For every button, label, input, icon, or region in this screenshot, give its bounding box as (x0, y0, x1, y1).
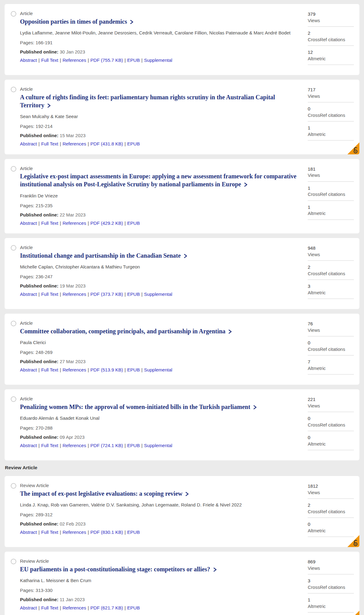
article-link-pdf-513-9-kb[interactable]: PDF (513.9 KB) (90, 367, 123, 372)
article-link-full-text[interactable]: Full Text (41, 292, 58, 297)
article-metrics: 717 Views 0 CrossRef citations 1 Altmetr… (308, 86, 354, 148)
link-separator: | (38, 443, 40, 448)
article-link-references[interactable]: References (62, 443, 86, 448)
article-link-pdf-373-7-kb[interactable]: PDF (373.7 KB) (90, 292, 123, 297)
article-link-epub[interactable]: EPUB (127, 367, 140, 372)
crossref-count: 3 (308, 578, 354, 584)
metric-divider (308, 336, 354, 336)
article-title: The impact of ex-post legislative evalua… (20, 490, 300, 498)
link-separator: | (60, 220, 61, 226)
views-count: 181 (308, 166, 354, 172)
checkbox-column (7, 396, 20, 454)
article-link-epub[interactable]: EPUB (127, 530, 140, 535)
article-link-epub[interactable]: EPUB (127, 58, 140, 63)
article-link-epub[interactable]: EPUB (127, 292, 140, 297)
article-link-pdf-431-8-kb[interactable]: PDF (431.8 KB) (90, 141, 123, 146)
article-link-abstract[interactable]: Abstract (20, 367, 37, 372)
select-article-checkbox[interactable] (11, 396, 16, 402)
open-access-icon (347, 610, 359, 615)
article-link-abstract[interactable]: Abstract (20, 292, 37, 297)
article-content: Article Committee collaboration, competi… (20, 320, 308, 378)
article-link-abstract[interactable]: Abstract (20, 605, 37, 610)
link-separator: | (60, 443, 61, 448)
article-metrics: 948 Views 2 CrossRef citations 3 Altmetr… (308, 244, 354, 302)
article-link-references[interactable]: References (62, 220, 86, 226)
views-count: 869 (308, 559, 354, 565)
checkbox-column (7, 10, 20, 68)
article-link-full-text[interactable]: Full Text (41, 605, 58, 610)
article-title-text: Penalizing women MPs: the approval of wo… (20, 403, 250, 410)
article-link-abstract[interactable]: Abstract (20, 141, 37, 146)
link-separator: | (125, 292, 126, 297)
select-article-checkbox[interactable] (11, 87, 16, 92)
altmetric-metric: 1 Altmetric (308, 125, 354, 141)
crossref-count: 2 (308, 264, 354, 270)
published-online-row: Published online: 15 Mar 2023 (20, 133, 300, 138)
published-online-label: Published online: (20, 597, 58, 602)
article-title-link[interactable]: Legislative ex-post impact assessments i… (20, 173, 296, 188)
select-article-checkbox[interactable] (11, 245, 16, 251)
article-link-abstract[interactable]: Abstract (20, 58, 37, 63)
article-link-supplemental[interactable]: Supplemental (144, 292, 172, 297)
article-type-label: Article (20, 86, 300, 92)
article-link-references[interactable]: References (62, 141, 86, 146)
article-link-pdf-621-7-kb[interactable]: PDF (621.7 KB) (90, 605, 123, 610)
article-link-pdf-755-7-kb[interactable]: PDF (755.7 KB) (90, 58, 123, 63)
article-link-full-text[interactable]: Full Text (41, 141, 58, 146)
article-link-full-text[interactable]: Full Text (41, 530, 58, 535)
article-link-references[interactable]: References (62, 367, 86, 372)
article-link-abstract[interactable]: Abstract (20, 530, 37, 535)
select-article-checkbox[interactable] (11, 559, 16, 564)
views-metric: 1812 Views (308, 483, 354, 499)
crossref-label: CrossRef citations (308, 112, 354, 118)
article-title-link[interactable]: A culture of rights finding its feet: pa… (20, 94, 275, 109)
views-metric: 717 Views (308, 87, 354, 102)
article-title-link[interactable]: Committee collaboration, competing princ… (20, 328, 225, 335)
article-link-supplemental[interactable]: Supplemental (144, 58, 172, 63)
chevron-right-icon (47, 101, 51, 109)
checkbox-column (7, 165, 20, 227)
article-link-abstract[interactable]: Abstract (20, 220, 37, 226)
article-title: A culture of rights finding its feet: pa… (20, 93, 300, 109)
article-link-references[interactable]: References (62, 530, 86, 535)
article-title-link[interactable]: The impact of ex-post legislative evalua… (20, 490, 182, 497)
open-access-icon (347, 535, 359, 547)
article-link-epub[interactable]: EPUB (127, 141, 140, 146)
article-link-epub[interactable]: EPUB (127, 605, 140, 610)
published-online-date: 15 Mar 2023 (60, 133, 85, 138)
checkbox-column (7, 320, 20, 378)
article-link-pdf-429-2-kb[interactable]: PDF (429.2 KB) (90, 220, 123, 226)
altmetric-metric: 12 Altmetric (308, 49, 354, 65)
article-link-full-text[interactable]: Full Text (41, 58, 58, 63)
article-authors: Michelle Caplan, Christopher Alcantara &… (20, 264, 300, 270)
article-title-link[interactable]: Penalizing women MPs: the approval of wo… (20, 403, 250, 410)
article-link-supplemental[interactable]: Supplemental (144, 443, 172, 448)
article-link-full-text[interactable]: Full Text (41, 220, 58, 226)
checkbox-column (7, 86, 20, 148)
article-link-references[interactable]: References (62, 58, 86, 63)
select-article-checkbox[interactable] (11, 166, 16, 172)
article-link-references[interactable]: References (62, 292, 86, 297)
article-link-abstract[interactable]: Abstract (20, 443, 37, 448)
article-link-pdf-830-1-kb[interactable]: PDF (830.1 KB) (90, 530, 123, 535)
link-separator: | (60, 292, 61, 297)
link-separator: | (125, 443, 126, 448)
crossref-label: CrossRef citations (308, 584, 354, 590)
article-link-full-text[interactable]: Full Text (41, 367, 58, 372)
article-title-text: A culture of rights finding its feet: pa… (20, 94, 275, 109)
article-title-link[interactable]: Institutional change and partisanship in… (20, 252, 181, 259)
article-link-full-text[interactable]: Full Text (41, 443, 58, 448)
article-title-link[interactable]: Opposition parties in times of pandemics (20, 18, 127, 25)
article-link-epub[interactable]: EPUB (127, 443, 140, 448)
article-link-epub[interactable]: EPUB (127, 220, 140, 226)
article-link-supplemental[interactable]: Supplemental (144, 367, 172, 372)
article-link-references[interactable]: References (62, 605, 86, 610)
article-card: Article Committee collaboration, competi… (5, 314, 359, 385)
article-title-link[interactable]: EU parliaments in a post-constitutionali… (20, 566, 210, 573)
article-link-pdf-724-1-kb[interactable]: PDF (724.1 KB) (90, 443, 123, 448)
select-article-checkbox[interactable] (11, 11, 16, 17)
select-article-checkbox[interactable] (11, 321, 16, 326)
select-article-checkbox[interactable] (11, 483, 16, 489)
article-card: Review Article The impact of ex-post leg… (5, 476, 359, 547)
altmetric-label: Altmetric (308, 528, 354, 534)
